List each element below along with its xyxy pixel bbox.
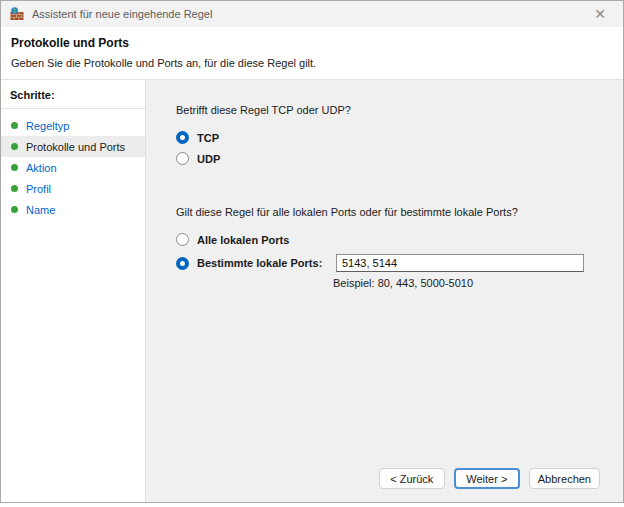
sidebar-item-profil[interactable]: Profil bbox=[1, 178, 145, 199]
cancel-button[interactable]: Abbrechen bbox=[529, 468, 600, 489]
page-subtitle: Geben Sie die Protokolle und Ports an, f… bbox=[11, 57, 611, 69]
page-title: Protokolle und Ports bbox=[11, 36, 611, 50]
firewall-icon bbox=[9, 6, 25, 22]
question-ports: Gilt diese Regel für alle lokalen Ports … bbox=[176, 206, 623, 218]
radio-option-specific-ports[interactable]: Bestimmte lokale Ports: bbox=[176, 254, 623, 272]
next-button[interactable]: Weiter > bbox=[454, 468, 520, 489]
wizard-button-row: < Zurück Weiter > Abbrechen bbox=[379, 468, 600, 489]
step-bullet-icon bbox=[11, 185, 18, 192]
tcp-radio-label: TCP bbox=[197, 132, 219, 144]
step-bullet-icon bbox=[11, 164, 18, 171]
window-bottom-gap bbox=[0, 503, 624, 507]
sidebar-item-name[interactable]: Name bbox=[1, 199, 145, 220]
steps-heading: Schritte: bbox=[1, 87, 145, 109]
step-label: Profil bbox=[26, 183, 51, 195]
step-bullet-icon bbox=[11, 143, 18, 150]
close-icon[interactable]: ✕ bbox=[585, 2, 615, 26]
back-button[interactable]: < Zurück bbox=[379, 468, 445, 489]
radio-option-udp[interactable]: UDP bbox=[176, 152, 623, 165]
udp-radio-label: UDP bbox=[197, 153, 220, 165]
step-bullet-icon bbox=[11, 206, 18, 213]
wizard-window: Assistent für neue eingehende Regel ✕ Pr… bbox=[0, 0, 624, 503]
ports-example-hint: Beispiel: 80, 443, 5000-5010 bbox=[333, 277, 623, 289]
specific-ports-radio-button[interactable] bbox=[176, 257, 189, 270]
all-ports-radio-button[interactable] bbox=[176, 233, 189, 246]
window-title: Assistent für neue eingehende Regel bbox=[32, 8, 212, 20]
wizard-header: Protokolle und Ports Geben Sie die Proto… bbox=[1, 27, 623, 80]
all-ports-radio-label: Alle lokalen Ports bbox=[197, 234, 289, 246]
step-label: Name bbox=[26, 204, 55, 216]
title-bar: Assistent für neue eingehende Regel ✕ bbox=[1, 1, 623, 27]
specific-ports-radio-label: Bestimmte lokale Ports: bbox=[197, 257, 328, 269]
local-ports-input[interactable] bbox=[336, 254, 584, 272]
steps-list: Regeltyp Protokolle und Ports Aktion Pro… bbox=[1, 115, 145, 220]
step-label: Protokolle und Ports bbox=[26, 141, 125, 153]
udp-radio-button[interactable] bbox=[176, 152, 189, 165]
steps-sidebar: Schritte: Regeltyp Protokolle und Ports … bbox=[1, 80, 146, 502]
step-bullet-icon bbox=[11, 122, 18, 129]
step-label: Aktion bbox=[26, 162, 57, 174]
question-protocol: Betrifft diese Regel TCP oder UDP? bbox=[176, 104, 623, 116]
radio-option-tcp[interactable]: TCP bbox=[176, 131, 623, 144]
radio-option-all-ports[interactable]: Alle lokalen Ports bbox=[176, 233, 623, 246]
sidebar-item-protokolle-und-ports[interactable]: Protokolle und Ports bbox=[1, 136, 145, 157]
tcp-radio-button[interactable] bbox=[176, 131, 189, 144]
sidebar-item-aktion[interactable]: Aktion bbox=[1, 157, 145, 178]
wizard-content: Betrifft diese Regel TCP oder UDP? TCP U… bbox=[146, 80, 623, 502]
step-label: Regeltyp bbox=[26, 120, 69, 132]
sidebar-item-regeltyp[interactable]: Regeltyp bbox=[1, 115, 145, 136]
